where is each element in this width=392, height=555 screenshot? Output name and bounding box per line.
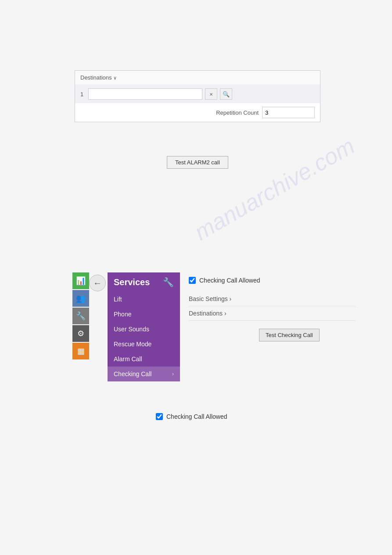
sidebar-item-checking-call[interactable]: Checking Call › xyxy=(108,366,180,381)
services-area: 📊 👥 🔧 ⚙ ▦ ← Services 🔧 Lift Phone xyxy=(72,272,364,381)
sidebar-item-user-sounds[interactable]: User Sounds xyxy=(108,322,180,337)
test-checking-call-button[interactable]: Test Checking Call xyxy=(259,329,320,341)
dest-clear-button[interactable]: × xyxy=(205,88,217,100)
gear-icon-btn[interactable]: ⚙ xyxy=(72,325,89,342)
checking-call-allowed-label: Checking Call Allowed xyxy=(199,277,260,284)
sidebar-item-phone[interactable]: Phone xyxy=(108,307,180,322)
bottom-checking-allowed: Checking Call Allowed xyxy=(156,413,227,420)
sidebar-menu: Services 🔧 Lift Phone User Sounds Rescue… xyxy=(108,272,180,381)
sidebar-tools-icon: 🔧 xyxy=(163,277,174,287)
sidebar-item-alarm-call[interactable]: Alarm Call xyxy=(108,352,180,366)
chart-icon-btn[interactable]: 📊 xyxy=(72,272,89,289)
destination-input[interactable] xyxy=(88,88,202,100)
main-content: Checking Call Allowed Basic Settings Des… xyxy=(180,272,364,346)
sidebar-item-lift[interactable]: Lift xyxy=(108,292,180,307)
repetition-label: Repetition Count xyxy=(216,109,259,116)
dest-row-number: 1 xyxy=(80,91,86,98)
back-button[interactable]: ← xyxy=(89,275,106,291)
people-icon-btn[interactable]: 👥 xyxy=(72,290,89,307)
sidebar-back-wrapper: 📊 👥 🔧 ⚙ ▦ ← Services 🔧 Lift Phone xyxy=(72,272,180,381)
repetition-row: Repetition Count xyxy=(75,103,320,122)
sidebar-title: Services xyxy=(114,277,150,287)
test-alarm-button[interactable]: Test ALARM2 call xyxy=(167,156,228,169)
sidebar-item-rescue-mode[interactable]: Rescue Mode xyxy=(108,337,180,352)
grid-icon-btn[interactable]: ▦ xyxy=(72,343,89,359)
checking-call-allowed-checkbox[interactable] xyxy=(189,277,196,284)
watermark: manuarchive.com xyxy=(190,132,359,245)
checking-call-chevron: › xyxy=(172,371,174,377)
destinations-panel: Destinations 1 × 🔍 Repetition Count xyxy=(75,70,320,122)
bottom-checking-checkbox[interactable] xyxy=(156,413,163,420)
sidebar-title-row: Services 🔧 xyxy=(108,272,180,292)
checking-call-allowed-row: Checking Call Allowed xyxy=(189,277,356,284)
destinations-header[interactable]: Destinations xyxy=(75,71,320,85)
icon-rail: 📊 👥 🔧 ⚙ ▦ xyxy=(72,272,89,360)
bottom-checking-label: Checking Call Allowed xyxy=(166,413,227,420)
repetition-input[interactable] xyxy=(262,107,315,118)
tools-icon-btn[interactable]: 🔧 xyxy=(72,308,89,324)
dest-search-button[interactable]: 🔍 xyxy=(220,88,232,100)
basic-settings-link[interactable]: Basic Settings xyxy=(189,292,356,306)
destinations-section: Destinations 1 × 🔍 Repetition Count xyxy=(75,70,320,122)
destinations-link[interactable]: Destinations xyxy=(189,306,356,321)
destinations-row: 1 × 🔍 xyxy=(75,85,320,103)
